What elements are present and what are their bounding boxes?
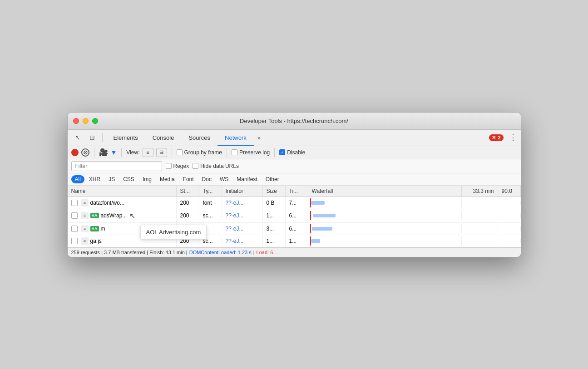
tab-more-button[interactable]: » (254, 129, 264, 146)
type-filter-bar: All XHR JS CSS Img Media Font Doc WS Man… (68, 173, 521, 186)
toolbar-separator (102, 133, 103, 142)
row-checkbox[interactable] (71, 238, 78, 244)
nt-separator-1 (94, 148, 94, 157)
clear-button[interactable]: ⊘ (81, 148, 89, 157)
tab-list: Elements Console Sources Network » (106, 129, 488, 146)
type-filter-xhr[interactable]: XHR (85, 175, 104, 183)
row-checkbox[interactable] (71, 226, 78, 232)
type-filter-other[interactable]: Other (262, 175, 283, 183)
tab-elements[interactable]: Elements (106, 129, 145, 146)
status-bar: 259 requests | 3.7 MB transferred | Fini… (68, 247, 521, 257)
td-size: 0 B (263, 197, 286, 208)
preserve-log-checkbox[interactable]: Preserve log (232, 149, 270, 156)
nt-separator-3 (172, 148, 172, 157)
dom-content-loaded-text: DOMContentLoaded: 1.23 s (189, 250, 252, 255)
th-status[interactable]: St... (177, 186, 199, 197)
error-badge[interactable]: ✕ 2 (489, 134, 503, 141)
titlebar: Developer Tools - https://techcrunch.com… (68, 113, 521, 130)
type-filter-font[interactable]: Font (179, 175, 198, 183)
th-waterfall[interactable]: Waterfall (308, 186, 462, 197)
hide-data-urls-checkbox[interactable]: Hide data URLs (193, 163, 239, 169)
td-time: 6... (286, 223, 308, 234)
nt-separator-2 (121, 148, 122, 157)
network-toolbar: ⊘ 🎥 ▼ View: ≡ ⊟ Group by frame Preserve … (68, 146, 521, 159)
th-size[interactable]: Size (263, 186, 286, 197)
filter-button[interactable]: ▼ (111, 149, 117, 156)
td-waterfall (308, 198, 462, 207)
th-type[interactable]: Ty... (199, 186, 222, 197)
td-size: 1... (263, 236, 286, 246)
type-filter-doc[interactable]: Doc (198, 175, 215, 183)
table-row[interactable]: ≡ AA adsWrap... ↖ 200 sc... ??-eJ... 1..… (68, 209, 521, 223)
filter-row: Regex Hide data URLs (68, 159, 521, 173)
minimize-button[interactable] (83, 118, 89, 124)
waterfall-view-button[interactable]: ⊟ (156, 148, 167, 157)
file-icon: ≡ (81, 237, 89, 245)
cursor-tool-icon[interactable]: ↖ (71, 131, 84, 144)
devtools-menu-button[interactable]: ⋮ (509, 133, 517, 143)
filter-input[interactable] (71, 161, 162, 171)
td-initiator: ??-eJ... (222, 197, 263, 208)
record-button[interactable] (71, 149, 79, 156)
aa-badge: AA (90, 213, 99, 218)
table-row[interactable]: ≡ AA m AOL Advertising.com ??-eJ... 3...… (68, 223, 521, 235)
th-initiator[interactable]: Initiator (222, 186, 263, 197)
td-wf-time (462, 239, 498, 243)
td-status: 200 (177, 197, 199, 208)
file-icon: ≡ (81, 212, 89, 219)
type-filter-ws[interactable]: WS (216, 175, 232, 183)
td-90 (498, 226, 521, 231)
device-toolbar-icon[interactable]: ⊡ (86, 131, 99, 144)
type-filter-js[interactable]: JS (105, 175, 119, 183)
td-size: 3... (263, 223, 286, 234)
tab-network[interactable]: Network (217, 129, 254, 146)
th-name[interactable]: Name (68, 186, 177, 197)
load-text: Load: 6... (257, 250, 277, 255)
aa-badge: AA (90, 226, 99, 231)
network-table-body: ≡ data:font/wo... 200 font ??-eJ... 0 B … (68, 197, 521, 247)
td-time: 1... (286, 236, 308, 246)
td-initiator: ??-eJ... (222, 210, 263, 221)
list-view-button[interactable]: ≡ (143, 148, 153, 157)
devtools-window: Developer Tools - https://techcrunch.com… (67, 112, 521, 257)
row-checkbox[interactable] (71, 212, 78, 219)
td-size: 1... (263, 210, 286, 221)
nt-separator-4 (227, 148, 227, 157)
tab-sources[interactable]: Sources (181, 129, 217, 146)
preserve-log-check (232, 149, 237, 155)
th-time[interactable]: Ti... (286, 186, 308, 197)
regex-checkbox[interactable]: Regex (166, 163, 189, 169)
type-filter-media[interactable]: Media (156, 175, 178, 183)
type-filter-css[interactable]: CSS (119, 175, 138, 183)
td-name: ≡ AA m AOL Advertising.com (68, 223, 177, 235)
th-90: 90.0 (498, 186, 521, 197)
initiator-tooltip: AOL Advertising.com (140, 225, 177, 235)
mouse-cursor-icon: ↖ (129, 212, 135, 220)
td-waterfall (308, 224, 462, 233)
tabs-toolbar: ↖ ⊡ Elements Console Sources Network » ✕… (68, 130, 521, 146)
td-wf-time (462, 201, 498, 205)
group-by-frame-checkbox[interactable]: Group by frame (177, 149, 222, 156)
error-badge-icon: ✕ (492, 135, 496, 141)
type-filter-all[interactable]: All (71, 175, 84, 183)
tab-console[interactable]: Console (145, 129, 182, 146)
error-badge-count: 2 (498, 135, 500, 140)
row-checkbox[interactable] (71, 200, 78, 206)
type-filter-manifest[interactable]: Manifest (233, 175, 261, 183)
disable-cache-checkbox[interactable]: Disable (279, 149, 305, 156)
th-waterfall-time: 33.3 min (462, 186, 498, 197)
table-row[interactable]: ≡ data:font/wo... 200 font ??-eJ... 0 B … (68, 197, 521, 209)
status-text: 259 requests | 3.7 MB transferred | Fini… (71, 250, 188, 255)
type-filter-img[interactable]: Img (139, 175, 155, 183)
screenshot-button[interactable]: 🎥 (99, 148, 108, 157)
close-button[interactable] (73, 118, 79, 124)
table-row[interactable]: ≡ ga.js 200 sc... ??-eJ... 1... 1... (68, 235, 521, 247)
td-type: font (199, 197, 222, 208)
group-by-frame-check (177, 149, 183, 155)
maximize-button[interactable] (92, 118, 98, 124)
td-wf-time (462, 226, 498, 231)
td-initiator: ??-eJ... (222, 236, 263, 246)
td-time: 6... (286, 210, 308, 221)
td-status: 200 (177, 210, 199, 221)
td-name: ≡ AA adsWrap... ↖ (68, 209, 177, 222)
